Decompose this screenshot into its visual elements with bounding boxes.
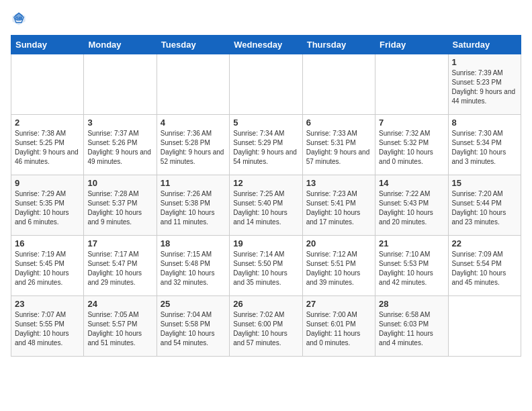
day-info: Sunrise: 7:09 AMSunset: 5:54 PMDaylight:…: [452, 250, 517, 287]
calendar-day-cell: [448, 296, 521, 357]
day-info: Sunrise: 7:30 AMSunset: 5:34 PMDaylight:…: [452, 129, 517, 167]
day-info: Sunrise: 7:34 AMSunset: 5:29 PMDaylight:…: [233, 129, 298, 167]
calendar-day-cell: 18Sunrise: 7:15 AMSunset: 5:48 PMDayligh…: [157, 236, 229, 296]
day-info: Sunrise: 7:28 AMSunset: 5:37 PMDaylight:…: [87, 189, 152, 227]
day-number: 7: [379, 118, 444, 128]
calendar-day-cell: 16Sunrise: 7:19 AMSunset: 5:45 PMDayligh…: [11, 236, 84, 296]
day-number: 3: [87, 118, 152, 128]
day-number: 21: [379, 238, 444, 248]
logo: GB: [11, 11, 30, 27]
calendar-day-cell: 14Sunrise: 7:22 AMSunset: 5:43 PMDayligh…: [375, 175, 448, 236]
day-number: 8: [452, 118, 517, 128]
calendar-day-cell: [302, 54, 375, 115]
calendar-day-cell: 23Sunrise: 7:07 AMSunset: 5:55 PMDayligh…: [11, 296, 84, 357]
calendar-day-cell: 3Sunrise: 7:37 AMSunset: 5:26 PMDaylight…: [84, 115, 157, 175]
day-info: Sunrise: 7:02 AMSunset: 6:00 PMDaylight:…: [233, 310, 298, 348]
day-info: Sunrise: 7:38 AMSunset: 5:25 PMDaylight:…: [15, 129, 80, 167]
day-number: 17: [87, 238, 152, 248]
day-info: Sunrise: 7:37 AMSunset: 5:26 PMDaylight:…: [87, 129, 152, 167]
day-number: 26: [233, 299, 298, 309]
day-info: Sunrise: 7:15 AMSunset: 5:48 PMDaylight:…: [161, 250, 226, 287]
calendar-day-cell: 26Sunrise: 7:02 AMSunset: 6:00 PMDayligh…: [230, 296, 302, 357]
day-of-week-header: Monday: [84, 36, 157, 54]
calendar-day-cell: 10Sunrise: 7:28 AMSunset: 5:37 PMDayligh…: [84, 175, 157, 236]
day-of-week-header: Tuesday: [157, 36, 229, 54]
calendar-day-cell: [11, 54, 84, 115]
calendar-day-cell: 6Sunrise: 7:33 AMSunset: 5:31 PMDaylight…: [302, 115, 375, 175]
calendar-day-cell: [84, 54, 157, 115]
day-number: 28: [379, 299, 444, 309]
day-of-week-header: Friday: [375, 36, 448, 54]
generalblue-logo-icon: GB: [11, 11, 27, 27]
day-info: Sunrise: 7:19 AMSunset: 5:45 PMDaylight:…: [15, 250, 80, 287]
calendar-day-cell: 24Sunrise: 7:05 AMSunset: 5:57 PMDayligh…: [84, 296, 157, 357]
calendar-day-cell: 17Sunrise: 7:17 AMSunset: 5:47 PMDayligh…: [84, 236, 157, 296]
calendar-day-cell: 13Sunrise: 7:23 AMSunset: 5:41 PMDayligh…: [302, 175, 375, 236]
day-info: Sunrise: 7:17 AMSunset: 5:47 PMDaylight:…: [87, 250, 152, 287]
day-number: 9: [15, 178, 80, 188]
day-number: 2: [15, 118, 80, 128]
calendar-day-cell: [157, 54, 229, 115]
calendar-header-row: SundayMondayTuesdayWednesdayThursdayFrid…: [11, 36, 521, 54]
calendar-day-cell: [230, 54, 302, 115]
day-number: 19: [233, 238, 298, 248]
day-number: 20: [306, 238, 371, 248]
calendar-day-cell: 22Sunrise: 7:09 AMSunset: 5:54 PMDayligh…: [448, 236, 521, 296]
day-info: Sunrise: 7:39 AMSunset: 5:23 PMDaylight:…: [452, 68, 517, 106]
calendar-day-cell: 25Sunrise: 7:04 AMSunset: 5:58 PMDayligh…: [157, 296, 229, 357]
calendar-week-row: 2Sunrise: 7:38 AMSunset: 5:25 PMDaylight…: [11, 115, 521, 175]
day-info: Sunrise: 7:22 AMSunset: 5:43 PMDaylight:…: [379, 189, 444, 227]
day-number: 11: [161, 178, 226, 188]
calendar-day-cell: 7Sunrise: 7:32 AMSunset: 5:32 PMDaylight…: [375, 115, 448, 175]
day-info: Sunrise: 7:12 AMSunset: 5:51 PMDaylight:…: [306, 250, 371, 287]
day-number: 5: [233, 118, 298, 128]
day-info: Sunrise: 7:00 AMSunset: 6:01 PMDaylight:…: [306, 310, 371, 348]
day-number: 12: [233, 178, 298, 188]
day-number: 25: [161, 299, 226, 309]
page-header: GB: [11, 11, 521, 27]
day-of-week-header: Sunday: [11, 36, 84, 54]
calendar-day-cell: 21Sunrise: 7:10 AMSunset: 5:53 PMDayligh…: [375, 236, 448, 296]
day-number: 14: [379, 178, 444, 188]
day-info: Sunrise: 7:07 AMSunset: 5:55 PMDaylight:…: [15, 310, 80, 348]
day-number: 23: [15, 299, 80, 309]
day-number: 22: [452, 238, 517, 248]
day-info: Sunrise: 7:14 AMSunset: 5:50 PMDaylight:…: [233, 250, 298, 287]
calendar-day-cell: 4Sunrise: 7:36 AMSunset: 5:28 PMDaylight…: [157, 115, 229, 175]
day-number: 13: [306, 178, 371, 188]
day-info: Sunrise: 7:10 AMSunset: 5:53 PMDaylight:…: [379, 250, 444, 287]
calendar-day-cell: 27Sunrise: 7:00 AMSunset: 6:01 PMDayligh…: [302, 296, 375, 357]
calendar-day-cell: 11Sunrise: 7:26 AMSunset: 5:38 PMDayligh…: [157, 175, 229, 236]
calendar-day-cell: [375, 54, 448, 115]
day-number: 27: [306, 299, 371, 309]
day-info: Sunrise: 7:32 AMSunset: 5:32 PMDaylight:…: [379, 129, 444, 167]
svg-text:GB: GB: [15, 15, 23, 21]
day-info: Sunrise: 7:20 AMSunset: 5:44 PMDaylight:…: [452, 189, 517, 227]
day-number: 6: [306, 118, 371, 128]
calendar-day-cell: 19Sunrise: 7:14 AMSunset: 5:50 PMDayligh…: [230, 236, 302, 296]
day-info: Sunrise: 7:33 AMSunset: 5:31 PMDaylight:…: [306, 129, 371, 167]
day-info: Sunrise: 7:29 AMSunset: 5:35 PMDaylight:…: [15, 189, 80, 227]
day-info: Sunrise: 7:23 AMSunset: 5:41 PMDaylight:…: [306, 189, 371, 227]
calendar-day-cell: 20Sunrise: 7:12 AMSunset: 5:51 PMDayligh…: [302, 236, 375, 296]
day-of-week-header: Saturday: [448, 36, 521, 54]
day-number: 24: [87, 299, 152, 309]
day-of-week-header: Thursday: [302, 36, 375, 54]
day-number: 1: [452, 57, 517, 67]
calendar-table: SundayMondayTuesdayWednesdayThursdayFrid…: [11, 35, 521, 357]
day-info: Sunrise: 6:58 AMSunset: 6:03 PMDaylight:…: [379, 310, 444, 348]
day-number: 4: [161, 118, 226, 128]
day-number: 15: [452, 178, 517, 188]
day-info: Sunrise: 7:36 AMSunset: 5:28 PMDaylight:…: [161, 129, 226, 167]
calendar-day-cell: 1Sunrise: 7:39 AMSunset: 5:23 PMDaylight…: [448, 54, 521, 115]
calendar-week-row: 16Sunrise: 7:19 AMSunset: 5:45 PMDayligh…: [11, 236, 521, 296]
day-number: 10: [87, 178, 152, 188]
day-info: Sunrise: 7:05 AMSunset: 5:57 PMDaylight:…: [87, 310, 152, 348]
day-info: Sunrise: 7:25 AMSunset: 5:40 PMDaylight:…: [233, 189, 298, 227]
calendar-week-row: 1Sunrise: 7:39 AMSunset: 5:23 PMDaylight…: [11, 54, 521, 115]
calendar-week-row: 9Sunrise: 7:29 AMSunset: 5:35 PMDaylight…: [11, 175, 521, 236]
calendar-day-cell: 2Sunrise: 7:38 AMSunset: 5:25 PMDaylight…: [11, 115, 84, 175]
calendar-day-cell: 9Sunrise: 7:29 AMSunset: 5:35 PMDaylight…: [11, 175, 84, 236]
day-number: 16: [15, 238, 80, 248]
calendar-day-cell: 8Sunrise: 7:30 AMSunset: 5:34 PMDaylight…: [448, 115, 521, 175]
